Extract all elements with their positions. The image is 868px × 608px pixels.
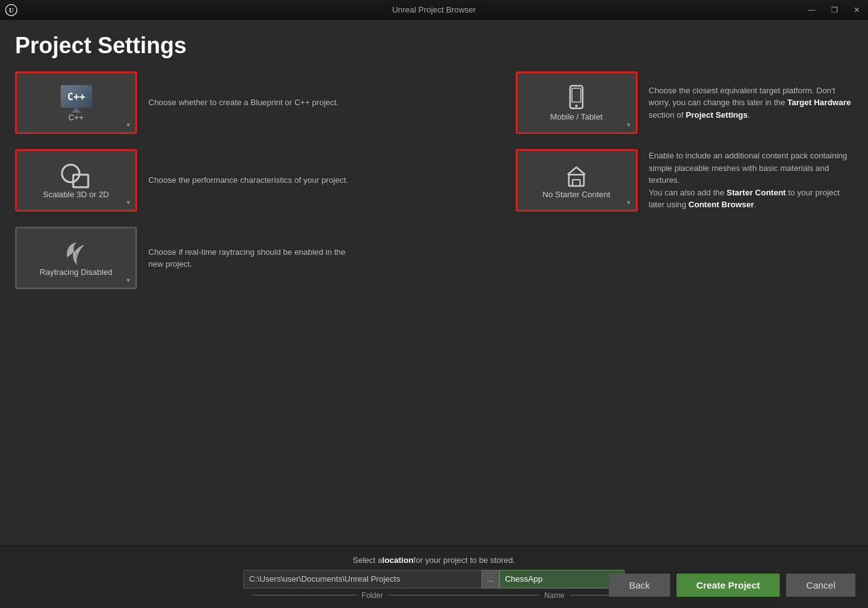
platform-label: Mobile / Tablet <box>550 112 603 121</box>
page-title: Project Settings <box>15 33 853 59</box>
platform-arrow-icon: ▼ <box>626 121 632 128</box>
performance-card[interactable]: Scalable 3D or 2D ▼ <box>15 149 137 212</box>
svg-text:C++: C++ <box>67 91 85 103</box>
setting-row-starter-content: No Starter Content ▼ Enable to include a… <box>516 149 854 212</box>
cpp-icon: C++ <box>58 84 95 113</box>
platform-card[interactable]: Mobile / Tablet ▼ <box>516 71 638 134</box>
leaf-icon <box>59 240 93 267</box>
starter-content-arrow-icon: ▼ <box>626 199 632 206</box>
input-labels: Folder Name <box>252 591 616 600</box>
close-button[interactable]: ✕ <box>845 0 868 20</box>
project-name-input[interactable] <box>499 570 625 589</box>
platform-desc: Choose the closest equivalent target pla… <box>649 85 854 121</box>
folder-line-right <box>388 595 493 595</box>
location-label: Select a <box>353 555 382 565</box>
setting-row-performance: Scalable 3D or 2D ▼ Choose the performan… <box>15 149 353 212</box>
folder-label: Folder <box>357 591 388 600</box>
input-row: ... <box>243 570 625 589</box>
window-controls: — ❐ ✕ <box>800 0 868 20</box>
button-row: Back Create Project Cancel <box>609 574 855 597</box>
starter-content-card[interactable]: No Starter Content ▼ <box>516 149 638 212</box>
location-bold: location <box>382 555 414 565</box>
raytracing-label: Raytracing Disabled <box>39 267 112 277</box>
window-title: Unreal Project Browser <box>392 5 476 14</box>
folder-label-wrap: Folder <box>252 591 493 600</box>
folder-browse-button[interactable]: ... <box>481 570 499 589</box>
folder-line-left <box>252 595 357 595</box>
right-settings-column: Mobile / Tablet ▼ Choose the closest equ… <box>516 71 854 219</box>
main-content: Project Settings C++ <box>0 20 868 545</box>
performance-label: Scalable 3D or 2D <box>43 190 110 199</box>
svg-text:U: U <box>9 6 13 13</box>
create-project-button[interactable]: Create Project <box>677 574 780 597</box>
setting-row-project-type: C++ C++ ▼ Choose whether to create a Blu… <box>15 71 353 134</box>
starter-content-label: No Starter Content <box>543 190 610 199</box>
setting-row-platform: Mobile / Tablet ▼ Choose the closest equ… <box>516 71 854 134</box>
project-type-label: C++ <box>68 113 84 122</box>
left-settings-column: C++ C++ ▼ Choose whether to create a Blu… <box>15 71 353 297</box>
starter-content-desc: Enable to include an additional content … <box>649 150 854 211</box>
project-type-arrow-icon: ▼ <box>125 121 131 128</box>
project-type-card[interactable]: C++ C++ ▼ <box>15 71 137 134</box>
location-row: Select a location for your project to be… <box>353 555 515 565</box>
name-line-left <box>493 595 539 595</box>
svg-point-5 <box>62 165 79 182</box>
cancel-button[interactable]: Cancel <box>786 574 855 597</box>
folder-input[interactable] <box>243 570 481 589</box>
performance-arrow-icon: ▼ <box>125 199 131 206</box>
performance-desc: Choose the performance characteristics o… <box>148 174 348 187</box>
raytracing-arrow-icon: ▼ <box>125 277 131 284</box>
unreal-logo-icon: U <box>5 4 18 16</box>
name-label-wrap: Name <box>493 591 616 600</box>
setting-row-raytracing: Raytracing Disabled ▼ Choose if real-tim… <box>15 227 353 289</box>
name-label: Name <box>539 591 569 600</box>
svg-point-10 <box>575 105 578 107</box>
bottom-bar: Select a location for your project to be… <box>0 545 868 608</box>
maximize-button[interactable]: ❐ <box>823 0 845 20</box>
svg-rect-9 <box>572 88 581 102</box>
svg-marker-4 <box>71 108 81 113</box>
back-button[interactable]: Back <box>609 574 670 597</box>
location-label2: for your project to be stored. <box>414 555 516 565</box>
package-icon <box>563 162 590 190</box>
minimize-button[interactable]: — <box>800 0 823 20</box>
phone-icon <box>563 85 590 112</box>
shapes-icon <box>59 162 93 190</box>
titlebar: U Unreal Project Browser — ❐ ✕ <box>0 0 868 20</box>
raytracing-desc: Choose if real-time raytracing should be… <box>148 246 353 271</box>
raytracing-card[interactable]: Raytracing Disabled ▼ <box>15 227 137 289</box>
project-type-desc: Choose whether to create a Blueprint or … <box>148 96 339 109</box>
